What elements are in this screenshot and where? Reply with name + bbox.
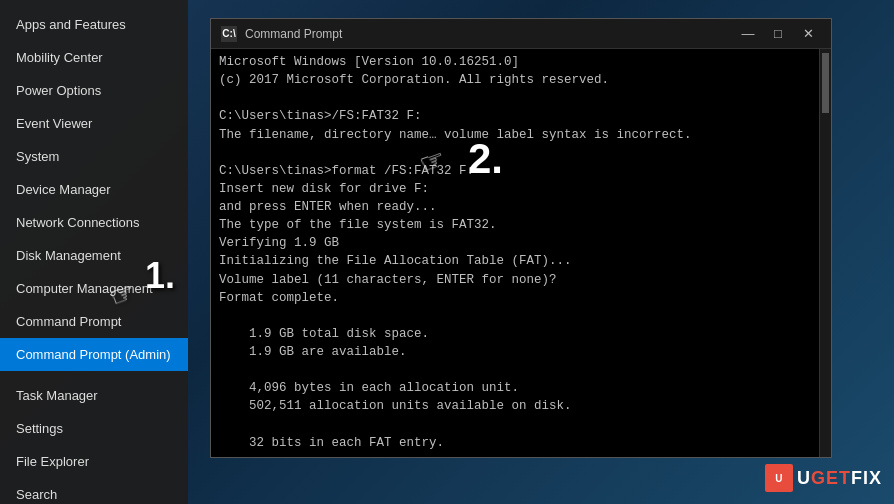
cmd-scrollbar-thumb[interactable] (822, 53, 829, 113)
menu-item-command-prompt[interactable]: Command Prompt (0, 305, 188, 338)
watermark-logo: U (765, 464, 793, 492)
menu-item-task-manager[interactable]: Task Manager (0, 379, 188, 412)
menu-item-label-command-prompt-admin: Command Prompt (Admin) (16, 347, 171, 362)
menu-item-label-device-manager: Device Manager (16, 182, 111, 197)
step-2-label: 2. (468, 135, 503, 183)
cmd-scrollbar[interactable] (819, 49, 831, 457)
menu-item-label-power-options: Power Options (16, 83, 101, 98)
menu-item-label-apps-features: Apps and Features (16, 17, 126, 32)
menu-item-apps-features[interactable]: Apps and Features (0, 8, 188, 41)
cmd-titlebar: C:\ Command Prompt — □ ✕ (211, 19, 831, 49)
menu-item-label-settings: Settings (16, 421, 63, 436)
watermark: U UGETFIX (765, 464, 882, 492)
menu-item-mobility-center[interactable]: Mobility Center (0, 41, 188, 74)
minimize-button[interactable]: — (735, 24, 761, 44)
cmd-body: Microsoft Windows [Version 10.0.16251.0]… (211, 49, 831, 457)
close-button[interactable]: ✕ (795, 24, 821, 44)
menu-item-network-connections[interactable]: Network Connections (0, 206, 188, 239)
cmd-title: Command Prompt (245, 27, 342, 41)
menu-item-settings[interactable]: Settings (0, 412, 188, 445)
start-menu: Apps and FeaturesMobility CenterPower Op… (0, 0, 188, 504)
menu-item-event-viewer[interactable]: Event Viewer (0, 107, 188, 140)
menu-item-file-explorer[interactable]: File Explorer (0, 445, 188, 478)
menu-item-label-command-prompt: Command Prompt (16, 314, 121, 329)
menu-item-label-mobility-center: Mobility Center (16, 50, 103, 65)
menu-item-device-manager[interactable]: Device Manager (0, 173, 188, 206)
menu-item-label-search: Search (16, 487, 57, 502)
menu-item-power-options[interactable]: Power Options (0, 74, 188, 107)
cmd-output: Microsoft Windows [Version 10.0.16251.0]… (211, 49, 819, 457)
cmd-app-icon: C:\ (221, 26, 237, 42)
menu-item-command-prompt-admin[interactable]: Command Prompt (Admin) (0, 338, 188, 371)
menu-item-system[interactable]: System (0, 140, 188, 173)
cmd-window: C:\ Command Prompt — □ ✕ Microsoft Windo… (210, 18, 832, 458)
menu-item-label-network-connections: Network Connections (16, 215, 140, 230)
menu-item-label-event-viewer: Event Viewer (16, 116, 92, 131)
maximize-button[interactable]: □ (765, 24, 791, 44)
menu-item-label-file-explorer: File Explorer (16, 454, 89, 469)
step-1-label: 1. (145, 255, 175, 297)
cmd-titlebar-left: C:\ Command Prompt (221, 26, 342, 42)
menu-item-label-disk-management: Disk Management (16, 248, 121, 263)
menu-item-search[interactable]: Search (0, 478, 188, 504)
watermark-text: UGETFIX (797, 468, 882, 489)
menu-item-label-system: System (16, 149, 59, 164)
menu-item-label-task-manager: Task Manager (16, 388, 98, 403)
cmd-window-controls: — □ ✕ (735, 24, 821, 44)
